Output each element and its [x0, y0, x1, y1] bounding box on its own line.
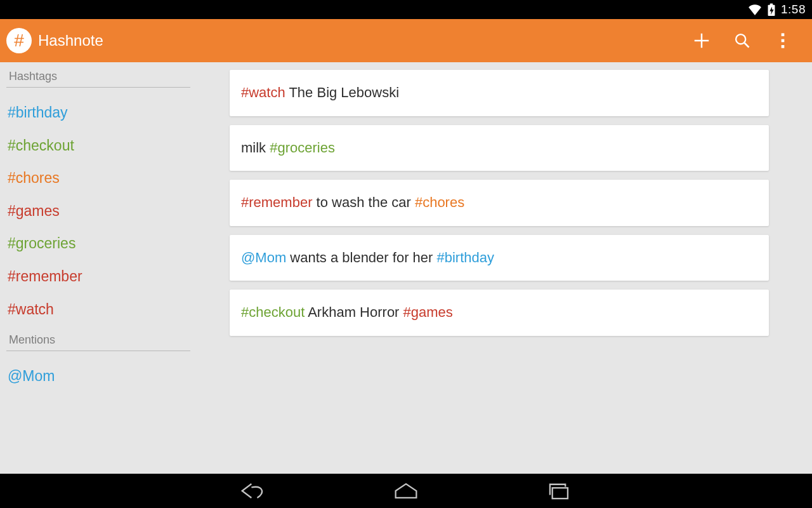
- app-title: Hashnote: [38, 32, 681, 50]
- note-tag: #groceries: [270, 140, 335, 156]
- recents-icon: [546, 482, 570, 500]
- add-note-button[interactable]: [681, 19, 722, 62]
- note-tag: #chores: [415, 194, 464, 210]
- app-logo-icon[interactable]: #: [6, 28, 32, 53]
- android-nav-bar: [0, 474, 812, 508]
- app-action-bar: # Hashnote: [0, 19, 812, 62]
- note-tag: #remember: [241, 194, 312, 210]
- note-card[interactable]: @Mom wants a blender for her #birthday: [230, 235, 769, 281]
- sidebar-mention-item[interactable]: @Mom: [6, 360, 190, 393]
- search-button[interactable]: [722, 19, 763, 62]
- note-text: The Big Lebowski: [285, 84, 399, 100]
- note-text: wants a blender for her: [286, 250, 436, 265]
- wifi-icon: [748, 4, 762, 15]
- nav-recents-button[interactable]: [539, 478, 577, 504]
- sidebar-hashtag-item[interactable]: #chores: [6, 162, 190, 195]
- svg-rect-1: [770, 3, 773, 5]
- svg-rect-5: [782, 33, 785, 36]
- nav-back-button[interactable]: [235, 478, 273, 504]
- sidebar-hashtags-header: Hashtags: [6, 66, 190, 88]
- sidebar-hashtag-item[interactable]: #groceries: [6, 227, 190, 260]
- note-card[interactable]: milk #groceries: [230, 125, 769, 171]
- overflow-menu-button[interactable]: [763, 19, 803, 62]
- sidebar-hashtag-item[interactable]: #birthday: [6, 97, 190, 130]
- sidebar-hashtag-item[interactable]: #checkout: [6, 130, 190, 163]
- note-text: Arkham Horror: [304, 304, 403, 320]
- sidebar-hashtag-item[interactable]: #remember: [6, 260, 190, 293]
- note-tag: #watch: [241, 84, 285, 100]
- search-icon: [733, 32, 751, 50]
- note-tag: #checkout: [241, 304, 304, 320]
- android-status-bar: 1:58: [0, 0, 812, 19]
- overflow-icon: [780, 32, 785, 50]
- svg-point-3: [736, 34, 745, 44]
- note-card[interactable]: #watch The Big Lebowski: [230, 70, 769, 116]
- svg-rect-7: [782, 45, 785, 48]
- notes-list: #watch The Big Lebowskimilk #groceries#r…: [197, 62, 812, 474]
- sidebar-hashtag-item[interactable]: #games: [6, 195, 190, 228]
- svg-rect-8: [553, 488, 568, 498]
- app-logo-glyph: #: [14, 30, 24, 51]
- note-card[interactable]: #checkout Arkham Horror #games: [230, 290, 769, 336]
- plus-icon: [692, 31, 711, 50]
- home-icon: [393, 481, 419, 500]
- note-text: to wash the car: [312, 194, 414, 210]
- status-clock: 1:58: [781, 3, 806, 17]
- sidebar-mentions-header: Mentions: [6, 330, 190, 351]
- note-tag: #birthday: [436, 250, 494, 265]
- note-card[interactable]: #remember to wash the car #chores: [230, 180, 769, 226]
- battery-charging-icon: [767, 3, 776, 16]
- note-text: milk: [241, 140, 270, 156]
- back-icon: [240, 481, 268, 500]
- sidebar-hashtag-item[interactable]: #watch: [6, 293, 190, 326]
- sidebar: Hashtags #birthday#checkout#chores#games…: [0, 62, 197, 474]
- note-tag: #games: [403, 304, 453, 320]
- svg-rect-6: [782, 39, 785, 43]
- note-tag: @Mom: [241, 250, 286, 265]
- nav-home-button[interactable]: [387, 478, 425, 504]
- svg-line-4: [745, 43, 749, 48]
